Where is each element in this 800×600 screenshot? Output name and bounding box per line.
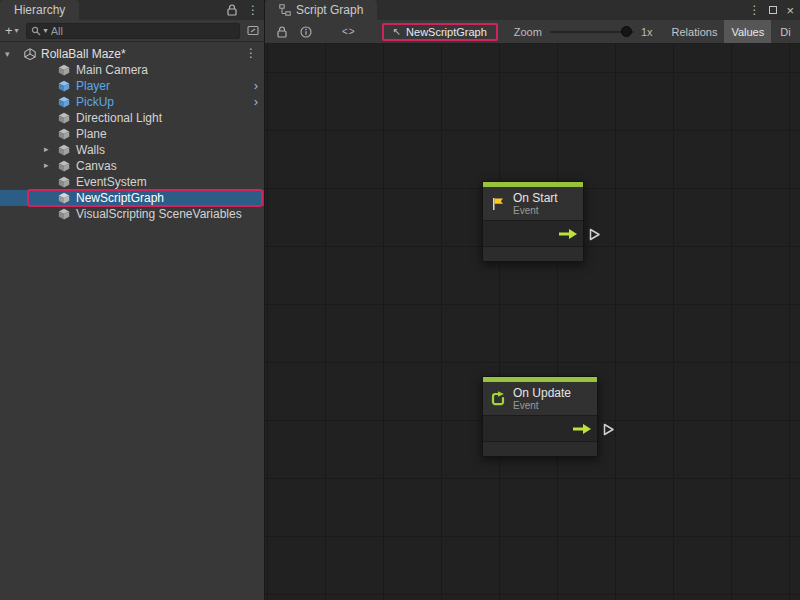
close-icon[interactable]: × (786, 4, 794, 17)
code-brackets-icon[interactable]: <> (342, 26, 356, 37)
plus-icon: + (5, 23, 13, 38)
loop-icon (490, 391, 506, 407)
gameobject-cube-icon (58, 144, 70, 156)
node-header: On Start Event (483, 187, 583, 221)
hierarchy-item-player[interactable]: Player › (0, 78, 264, 94)
node-on-update[interactable]: On Update Event (482, 376, 598, 457)
unity-editor-window: Hierarchy ⋮ + ▾ ▾ (0, 0, 800, 600)
search-input[interactable] (51, 25, 235, 37)
hierarchy-item-pickup[interactable]: PickUp › (0, 94, 264, 110)
hierarchy-tree: ▾ RollaBall Maze* ⋮ Main Camera Playe (0, 42, 264, 600)
hierarchy-item-canvas[interactable]: ▸ Canvas (0, 158, 264, 174)
prefab-cube-icon (58, 96, 70, 108)
node-footer (483, 247, 583, 261)
prefab-cube-icon (58, 80, 70, 92)
info-icon[interactable] (300, 26, 312, 38)
hierarchy-item-plane[interactable]: Plane (0, 126, 264, 142)
prefab-open-arrow-icon[interactable]: › (254, 78, 258, 94)
zoom-value: 1x (641, 26, 653, 38)
hierarchy-toolbar: + ▾ ▾ (0, 20, 264, 42)
item-label: Plane (76, 127, 107, 141)
connection-triangle-icon (603, 423, 615, 436)
panel-menu-icon[interactable]: ⋮ (748, 4, 760, 16)
scene-picker-icon[interactable] (247, 25, 259, 36)
item-label: VisualScripting SceneVariables (76, 207, 242, 221)
tab-hierarchy[interactable]: Hierarchy (0, 0, 79, 20)
search-filter-caret-icon[interactable]: ▾ (44, 26, 48, 35)
flag-icon (490, 196, 506, 212)
gameobject-cube-icon (58, 128, 70, 140)
chevron-down-icon: ▾ (15, 26, 19, 35)
node-port-row (483, 416, 597, 442)
item-label: Walls (76, 143, 105, 157)
hierarchy-item-main-camera[interactable]: Main Camera (0, 62, 264, 78)
node-header: On Update Event (483, 382, 597, 416)
window-controls: ⋮ × (748, 0, 794, 20)
item-label: PickUp (76, 95, 114, 109)
gameobject-cube-icon (58, 192, 70, 204)
hierarchy-item-walls[interactable]: ▸ Walls (0, 142, 264, 158)
control-output-port[interactable] (573, 423, 591, 435)
lock-icon[interactable] (277, 26, 287, 38)
hierarchy-panel: Hierarchy ⋮ + ▾ ▾ (0, 0, 265, 600)
graph-canvas[interactable]: On Start Event (265, 44, 800, 600)
hierarchy-item-eventsystem[interactable]: EventSystem (0, 174, 264, 190)
item-label: Player (76, 79, 110, 93)
hierarchy-item-scenevariables[interactable]: VisualScripting SceneVariables (0, 206, 264, 222)
relations-button[interactable]: Relations (665, 20, 725, 44)
script-graph-icon (279, 4, 291, 16)
gameobject-cube-icon (58, 64, 70, 76)
node-port-row (483, 221, 583, 247)
connection-triangle-icon (589, 228, 601, 241)
script-graph-tab-label: Script Graph (296, 3, 363, 17)
node-subtitle: Event (513, 205, 558, 216)
scene-foldout-icon[interactable]: ▾ (5, 49, 15, 59)
search-icon (31, 26, 41, 36)
script-graph-panel: Script Graph ⋮ × <> ↖ NewScriptGraph Zoo… (265, 0, 800, 600)
gameobject-cube-icon (58, 176, 70, 188)
graph-asset-icon: ↖ (393, 26, 401, 37)
item-label: Main Camera (76, 63, 148, 77)
zoom-slider[interactable] (550, 20, 634, 44)
hierarchy-strip-icons: ⋮ (227, 0, 259, 20)
graph-toolbar: <> ↖ NewScriptGraph Zoom 1x Relations Va… (265, 20, 800, 44)
dim-button[interactable]: Di (773, 20, 797, 44)
values-button[interactable]: Values (724, 20, 771, 44)
node-subtitle: Event (513, 400, 571, 411)
create-object-button[interactable]: + ▾ (5, 23, 19, 38)
graph-tabstrip: Script Graph ⋮ × (265, 0, 800, 20)
hierarchy-item-newscriptgraph[interactable]: NewScriptGraph (0, 190, 264, 206)
foldout-closed-icon[interactable]: ▸ (44, 160, 54, 170)
tab-script-graph[interactable]: Script Graph (265, 0, 377, 20)
item-label: Canvas (76, 159, 117, 173)
hierarchy-tabstrip: Hierarchy ⋮ (0, 0, 264, 20)
scene-options-icon[interactable]: ⋮ (245, 47, 257, 59)
item-label: EventSystem (76, 175, 147, 189)
foldout-closed-icon[interactable]: ▸ (44, 144, 54, 154)
hierarchy-menu-icon[interactable]: ⋮ (247, 4, 259, 16)
hierarchy-tab-label: Hierarchy (14, 3, 65, 17)
gameobject-cube-icon (58, 112, 70, 124)
gameobject-cube-icon (58, 160, 70, 172)
node-on-start[interactable]: On Start Event (482, 181, 584, 262)
graph-name-annotated[interactable]: ↖ NewScriptGraph (382, 23, 498, 41)
zoom-label: Zoom (514, 26, 542, 38)
hierarchy-item-directional-light[interactable]: Directional Light (0, 110, 264, 126)
lock-icon[interactable] (227, 4, 237, 16)
maximize-icon[interactable] (769, 6, 777, 14)
node-title: On Start (513, 191, 558, 205)
item-label: NewScriptGraph (76, 191, 164, 205)
hierarchy-search-box[interactable]: ▾ (26, 23, 240, 39)
node-title: On Update (513, 386, 571, 400)
scene-name: RollaBall Maze* (41, 47, 126, 61)
gameobject-cube-icon (58, 208, 70, 220)
scene-row[interactable]: ▾ RollaBall Maze* ⋮ (0, 45, 264, 62)
zoom-slider-handle[interactable] (621, 26, 632, 37)
control-output-port[interactable] (559, 228, 577, 240)
graph-name-label: NewScriptGraph (406, 26, 487, 38)
unity-scene-icon (24, 48, 36, 60)
item-label: Directional Light (76, 111, 162, 125)
node-footer (483, 442, 597, 456)
prefab-open-arrow-icon[interactable]: › (254, 94, 258, 110)
